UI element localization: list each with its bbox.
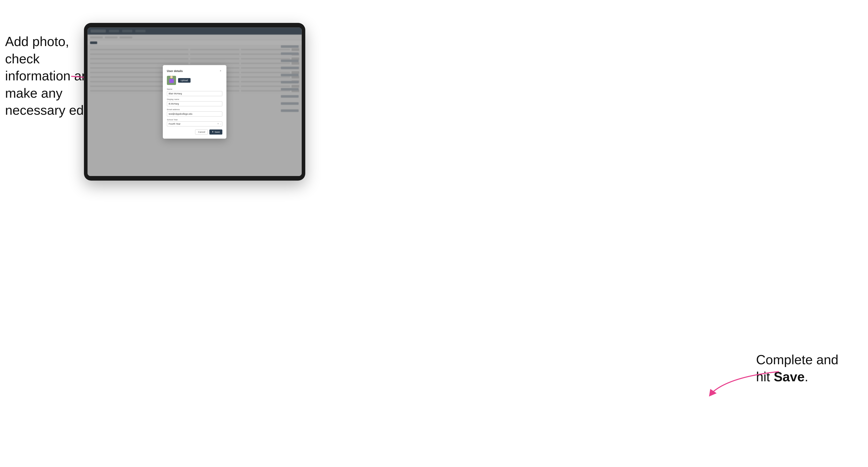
save-button[interactable]: ⬆ Save [209, 129, 222, 134]
school-year-select-wrapper: ✕ ⌄ [167, 121, 222, 126]
svg-marker-1 [709, 389, 717, 397]
name-label: Name [167, 88, 222, 90]
upload-photo-button[interactable]: Upload [178, 78, 190, 83]
display-name-field-group: Display name [167, 98, 222, 106]
photo-section: Upload [167, 76, 222, 85]
modal-overlay: User details × Upload Name [88, 28, 302, 176]
school-year-label: School Year [167, 119, 222, 121]
close-icon[interactable]: × [219, 69, 222, 73]
tablet-screen: User details × Upload Name [88, 28, 302, 176]
annotation-right: Complete and hit Save. [756, 351, 853, 385]
modal-footer: Cancel ⬆ Save [167, 129, 222, 134]
chevron-down-icon[interactable]: ⌄ [220, 123, 221, 125]
email-input[interactable] [167, 112, 222, 117]
tablet-device: User details × Upload Name [84, 23, 305, 181]
modal-header: User details × [167, 69, 222, 73]
select-controls: ✕ ⌄ [217, 123, 221, 125]
display-name-input[interactable] [167, 101, 222, 106]
cancel-button[interactable]: Cancel [195, 129, 208, 134]
display-name-label: Display name [167, 98, 222, 100]
modal-title: User details [167, 69, 183, 72]
user-details-modal: User details × Upload Name [163, 65, 226, 138]
select-clear-icon[interactable]: ✕ [217, 123, 219, 125]
school-year-input[interactable] [167, 121, 222, 126]
name-field-group: Name [167, 88, 222, 96]
avatar-preview [167, 76, 176, 85]
email-label: Email address [167, 108, 222, 111]
school-year-field-group: School Year ✕ ⌄ [167, 119, 222, 126]
name-input[interactable] [167, 91, 222, 96]
email-field-group: Email address [167, 108, 222, 117]
save-icon: ⬆ [212, 131, 214, 133]
